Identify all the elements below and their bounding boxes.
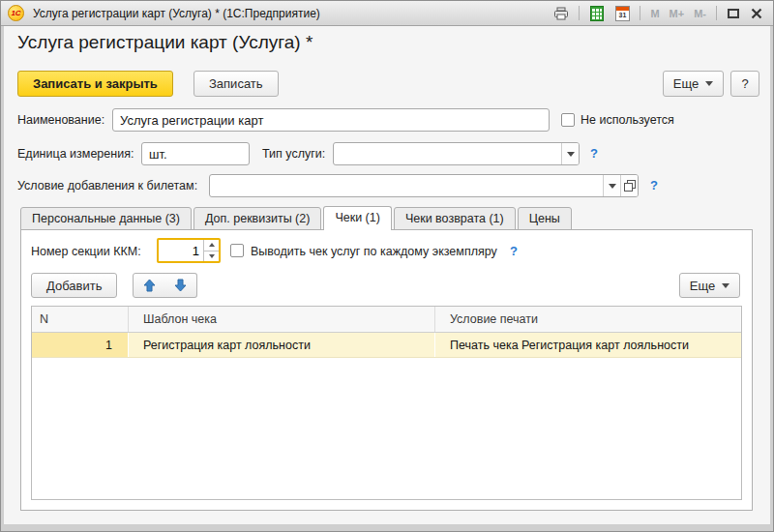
calendar-icon[interactable]: 31 <box>611 5 633 22</box>
more-actions-label: Еще <box>673 76 699 91</box>
maximize-icon <box>728 9 739 18</box>
tab-receipts[interactable]: Чеки (1) <box>323 206 391 230</box>
ticket-condition-help-link[interactable]: ? <box>650 174 658 197</box>
per-copy-help-link[interactable]: ? <box>510 239 518 264</box>
spinner-buttons <box>203 240 219 261</box>
receipt-templates-table: N Шаблон чека Условие печати 1 Регистрац… <box>31 306 742 500</box>
cell-print-condition[interactable]: Печать чека Регистрация карт лояльности <box>435 333 741 357</box>
name-field-label: Наименование: <box>17 108 104 132</box>
more-actions-button[interactable]: Еще <box>663 71 724 97</box>
page-title: Услуга регистрации карт (Услуга) * <box>17 32 313 53</box>
ticket-condition-open-button[interactable] <box>620 175 638 196</box>
per-copy-checkbox[interactable] <box>230 244 244 257</box>
memory-plus-button[interactable]: M+ <box>667 8 688 19</box>
memory-minus-button[interactable]: M- <box>691 8 709 19</box>
calendar-day-label: 31 <box>616 11 629 20</box>
cell-row-number[interactable]: 1 <box>32 333 129 357</box>
tab-additional-attributes[interactable]: Доп. реквизиты (2) <box>194 207 321 230</box>
memory-recall-button[interactable]: M <box>647 8 662 19</box>
print-icon[interactable] <box>551 5 572 22</box>
tab-return-receipts[interactable]: Чеки возврата (1) <box>394 207 516 230</box>
calculator-icon[interactable] <box>586 5 608 22</box>
table-row[interactable]: 1 Регистрация карт лояльности Печать чек… <box>32 333 741 358</box>
name-input[interactable] <box>112 108 550 132</box>
service-type-help-link[interactable]: ? <box>590 142 598 165</box>
column-header-print-condition[interactable]: Условие печати <box>435 307 741 332</box>
app-window: 1С Услуга регистрации карт (Услуга) * (1… <box>0 0 774 532</box>
window-title: Услуга регистрации карт (Услуга) * (1С:П… <box>33 7 320 20</box>
add-row-button[interactable]: Добавить <box>31 273 117 298</box>
not-used-label: Не используется <box>580 108 674 132</box>
cell-receipt-template[interactable]: Регистрация карт лояльности <box>129 333 435 357</box>
chevron-down-icon <box>722 283 729 288</box>
kkm-section-input[interactable] <box>159 240 203 261</box>
not-used-checkbox[interactable] <box>561 113 575 127</box>
move-down-icon <box>174 279 187 292</box>
save-and-close-button[interactable]: Записать и закрыть <box>17 71 173 97</box>
chevron-down-icon <box>567 152 575 157</box>
titlebar: 1С Услуга регистрации карт (Услуга) * (1… <box>1 1 773 26</box>
move-up-button[interactable] <box>133 273 165 298</box>
move-up-icon <box>143 279 156 292</box>
service-type-combobox[interactable] <box>333 142 580 165</box>
help-button[interactable]: ? <box>730 71 759 97</box>
column-header-n[interactable]: N <box>32 307 129 332</box>
table-header-row: N Шаблон чека Условие печати <box>32 307 741 333</box>
titlebar-separator <box>640 6 640 20</box>
chevron-down-icon <box>705 81 713 86</box>
service-type-dropdown-button[interactable] <box>561 143 579 164</box>
spin-down-button[interactable] <box>204 251 219 262</box>
open-form-icon <box>624 180 636 192</box>
move-down-button[interactable] <box>164 273 197 298</box>
ticket-condition-combobox[interactable] <box>209 174 639 197</box>
close-button[interactable] <box>747 5 766 22</box>
receipts-tab-panel: Номер секции ККМ: Выводить чек услуг по … <box>20 229 753 511</box>
titlebar-controls: 31 M M+ M- <box>551 5 766 22</box>
chevron-down-icon <box>609 184 616 189</box>
service-type-input[interactable] <box>334 143 561 164</box>
service-type-label: Тип услуги: <box>262 142 325 165</box>
tab-strip: Персональные данные (3) Доп. реквизиты (… <box>20 206 572 230</box>
table-more-button[interactable]: Еще <box>679 273 740 298</box>
tab-personal-data[interactable]: Персональные данные (3) <box>20 207 192 230</box>
save-button[interactable]: Записать <box>194 71 279 97</box>
kkm-section-label: Номер секции ККМ: <box>31 239 141 264</box>
column-header-template[interactable]: Шаблон чека <box>129 307 435 332</box>
titlebar-separator <box>716 6 717 20</box>
triangle-down-icon <box>209 254 215 258</box>
triangle-up-icon <box>209 243 215 247</box>
ticket-condition-input[interactable] <box>210 175 603 196</box>
spin-up-button[interactable] <box>204 240 219 251</box>
close-icon <box>751 8 762 19</box>
ticket-condition-dropdown-button[interactable] <box>603 175 620 196</box>
1c-logo-text: 1С <box>11 9 20 17</box>
unit-input[interactable] <box>141 142 250 165</box>
titlebar-separator <box>579 6 580 20</box>
kkm-section-spinner[interactable] <box>157 238 221 263</box>
ticket-condition-label: Условие добавления к билетам: <box>17 174 197 197</box>
maximize-button[interactable] <box>724 5 743 22</box>
per-copy-label: Выводить чек услуг по каждому экземпляру <box>251 239 497 264</box>
tab-prices[interactable]: Цены <box>518 207 572 230</box>
form-content: Услуга регистрации карт (Услуга) * Запис… <box>4 26 770 524</box>
table-more-label: Еще <box>690 279 715 293</box>
1c-logo-icon: 1С <box>8 5 24 21</box>
unit-field-label: Единица измерения: <box>17 142 134 165</box>
